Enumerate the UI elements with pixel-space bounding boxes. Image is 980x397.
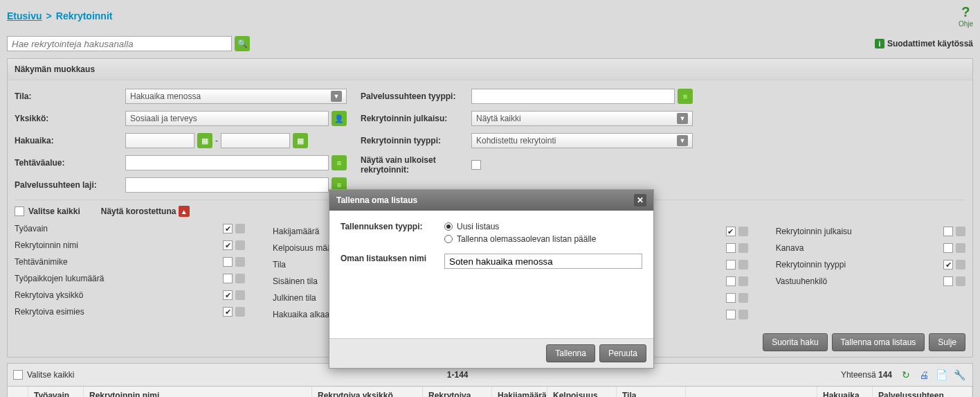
column-checkbox[interactable] [726, 243, 736, 253]
select-tila[interactable]: Hakuaika menossa ▼ [125, 89, 347, 104]
column-label: Rekrytoiva esimies [15, 307, 84, 317]
column-checkbox[interactable] [943, 243, 953, 253]
column-item: Rekrytoiva esimies [15, 307, 245, 317]
column-checkbox[interactable] [223, 257, 233, 267]
print-icon[interactable]: 🖨 [917, 368, 931, 382]
column-checkbox[interactable] [726, 276, 736, 286]
checkbox-nayta-ulkoiset[interactable] [471, 160, 481, 170]
column-sort-handle[interactable] [738, 276, 748, 286]
column-sort-handle[interactable] [487, 260, 496, 270]
th-rekrytoiva-yksikko[interactable]: Rekrytoiva yksikkö [312, 387, 423, 397]
date-to-input[interactable] [221, 133, 290, 148]
column-checkbox[interactable] [474, 310, 484, 319]
column-sort-handle[interactable] [235, 274, 245, 283]
yksikko-picker-button[interactable]: 👤 [332, 111, 347, 126]
column-sort-handle[interactable] [487, 293, 496, 303]
column-label: Kelpoisuus määritelty [273, 243, 352, 253]
select-rekrytoinnin-julkaisu[interactable]: Näytä kaikki ▼ [471, 111, 693, 126]
column-item [524, 276, 747, 286]
column-checkbox[interactable] [223, 290, 233, 300]
sulje-button[interactable]: Sulje [929, 333, 965, 351]
column-item [524, 227, 747, 236]
column-sort-handle[interactable] [738, 293, 748, 303]
input-tehtavaalue[interactable] [125, 155, 329, 170]
select-rekrytoinnin-tyyppi[interactable]: Kohdistettu rekrytointi ▼ [471, 133, 693, 148]
input-palvelussuhteen-tyyppi[interactable] [471, 89, 675, 104]
th-palvelussuhteen[interactable]: Palvelussuhteen [873, 387, 972, 397]
column-sort-handle[interactable] [235, 290, 245, 300]
label-select-all-results: Valitse kaikki [27, 370, 74, 380]
column-checkbox[interactable] [223, 307, 233, 317]
th-kelpoisuus[interactable]: Kelpoisuus [547, 387, 617, 397]
column-sort-handle[interactable] [487, 243, 496, 253]
search-button[interactable]: 🔍 [235, 36, 250, 51]
label-tehtavaalue: Tehtäväalue: [15, 158, 125, 168]
th-hakijamaara[interactable]: Hakijamäärä [492, 387, 547, 397]
th-rekrytoinnin-nimi[interactable]: Rekrytoinnin nimi [84, 387, 312, 397]
column-sort-handle[interactable] [487, 227, 496, 236]
checkbox-select-all-cols[interactable] [15, 206, 24, 216]
refresh-icon[interactable]: ↻ [899, 368, 913, 382]
date-to-picker[interactable]: ▦ [293, 133, 308, 148]
column-item [524, 260, 747, 270]
column-item: Tila [273, 260, 496, 270]
column-sort-handle[interactable] [235, 240, 245, 250]
column-checkbox[interactable] [943, 227, 953, 236]
column-checkbox[interactable] [474, 276, 484, 286]
th-hakuaika[interactable]: Hakuaika [817, 387, 873, 397]
column-sort-handle[interactable] [738, 243, 748, 253]
column-sort-handle[interactable] [235, 257, 245, 267]
help-icon: ? [959, 4, 973, 20]
select-yksikko[interactable]: Sosiaali ja terveys [125, 111, 329, 126]
search-input[interactable] [7, 36, 232, 51]
tallenna-oma-listaus-button[interactable]: Tallenna oma listaus [832, 333, 925, 351]
column-item: Työavain [15, 224, 245, 233]
breadcrumb-home-link[interactable]: Etusivu [7, 10, 42, 21]
highlight-icon[interactable]: ▲ [179, 206, 190, 217]
column-item: Hakijamäärä [273, 227, 496, 236]
export-icon[interactable]: 📄 [935, 368, 949, 382]
column-checkbox[interactable] [474, 293, 484, 303]
th-rekrytoiva[interactable]: Rekrytoiva [423, 387, 492, 397]
column-sort-handle[interactable] [738, 227, 748, 236]
column-sort-handle[interactable] [738, 260, 748, 270]
input-palvelussuhteen-laji[interactable] [125, 177, 329, 193]
column-sort-handle[interactable] [956, 260, 965, 270]
column-checkbox[interactable] [223, 224, 233, 233]
th-tyoavain[interactable]: Työavain [28, 387, 84, 397]
column-sort-handle[interactable] [956, 276, 965, 286]
column-checkbox[interactable] [943, 260, 953, 270]
checkbox-select-all-results[interactable] [13, 370, 23, 380]
column-checkbox[interactable] [474, 243, 484, 253]
column-sort-handle[interactable] [487, 276, 496, 286]
column-checkbox[interactable] [223, 274, 233, 283]
column-checkbox[interactable] [474, 260, 484, 270]
list-icon: ≡ [337, 159, 341, 167]
column-checkbox[interactable] [474, 227, 484, 236]
column-checkbox[interactable] [726, 260, 736, 270]
tehtavaalue-picker-button[interactable]: ≡ [332, 155, 347, 170]
palvelussuhteen-laji-picker-button[interactable]: ≡ [332, 177, 347, 193]
column-sort-handle[interactable] [956, 243, 965, 253]
column-sort-handle[interactable] [487, 310, 496, 319]
column-sort-handle[interactable] [956, 227, 965, 236]
settings-icon[interactable]: 🔧 [953, 368, 967, 382]
column-label: Rekrytoinnin tyyppi [776, 260, 846, 270]
suorita-haku-button[interactable]: Suorita haku [763, 333, 827, 351]
column-checkbox[interactable] [943, 276, 953, 286]
th-tila[interactable]: Tila [617, 387, 686, 397]
column-sort-handle[interactable] [235, 224, 245, 233]
date-from-picker[interactable]: ▦ [197, 133, 212, 148]
date-from-input[interactable] [125, 133, 194, 148]
column-sort-handle[interactable] [235, 307, 245, 317]
label-palvelussuhteen-tyyppi: Palvelussuhteen tyyppi: [361, 91, 471, 101]
column-checkbox[interactable] [726, 227, 736, 236]
label-highlight: Näytä korostettuna [101, 206, 176, 216]
column-sort-handle[interactable] [738, 310, 748, 319]
palvelussuhteen-tyyppi-picker-button[interactable]: ≡ [678, 89, 693, 104]
column-checkbox[interactable] [726, 310, 736, 319]
column-checkbox[interactable] [726, 293, 736, 303]
column-checkbox[interactable] [223, 240, 233, 250]
column-label: Hakuaika alkaa [273, 310, 329, 319]
help-link[interactable]: ? Ohje [959, 4, 973, 28]
